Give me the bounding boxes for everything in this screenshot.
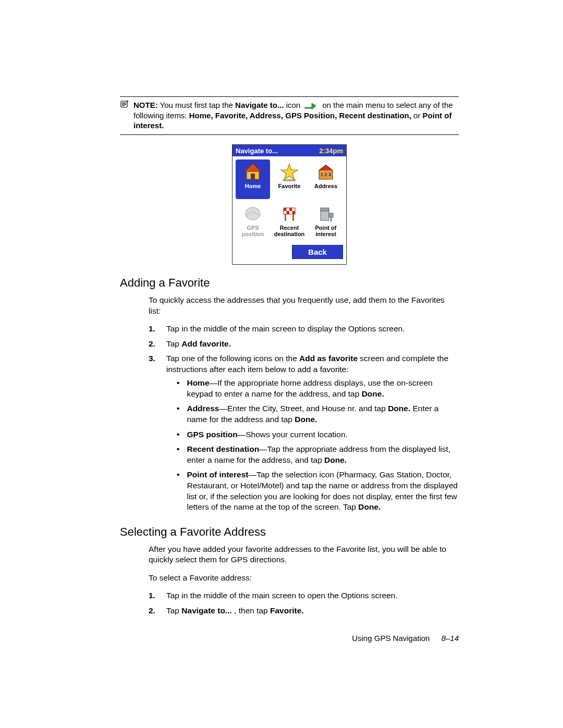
list-item: 1. Tap in the middle of the main screen … — [149, 324, 459, 334]
app-recent-destination[interactable]: Recent destination — [272, 201, 307, 241]
app-favorite-label: Favorite — [278, 183, 301, 190]
app-poi-label: Point of interest — [315, 225, 337, 237]
device-time: 2:34pm — [319, 147, 343, 155]
device-titlebar: Navigate to... 2:34pm — [232, 145, 346, 156]
note-block: NOTE: You must first tap the Navigate to… — [120, 100, 459, 130]
svg-rect-12 — [321, 210, 329, 220]
svg-rect-9 — [292, 211, 296, 214]
bottom-rule — [120, 134, 459, 135]
steps-list-1: 1. Tap in the middle of the main screen … — [149, 324, 459, 517]
list-item: 2. Tap Add favorite. — [149, 339, 459, 349]
app-address[interactable]: 1 2 3 Address — [309, 159, 343, 199]
heading-selecting-favorite: Selecting a Favorite Address — [120, 525, 459, 539]
app-address-label: Address — [314, 183, 337, 190]
device-screen: Navigate to... 2:34pm Home — [232, 144, 347, 265]
app-home-label: Home — [245, 183, 261, 190]
page-footer: Using GPS Navigation 8–14 — [120, 634, 459, 643]
list-item: • Recent destination—Tap the appropriate… — [177, 444, 459, 465]
top-rule — [120, 96, 459, 97]
list-item: • Home—If the appropriate home address d… — [177, 378, 459, 399]
list-item: • Point of interest—Tap the selection ic… — [177, 470, 459, 512]
svg-rect-14 — [329, 213, 333, 217]
list-item: 3. Tap one of the following icons on the… — [149, 353, 459, 517]
app-home[interactable]: Home — [236, 159, 270, 199]
device-figure: Navigate to... 2:34pm Home — [120, 144, 459, 265]
bullets-list: • Home—If the appropriate home address d… — [166, 378, 459, 513]
address-icon: 1 2 3 — [314, 162, 337, 182]
list-item: • GPS position—Shows your current locati… — [177, 429, 459, 440]
svg-rect-10 — [285, 214, 286, 221]
gps-icon — [241, 203, 264, 224]
back-button[interactable]: Back — [292, 245, 343, 259]
svg-rect-13 — [321, 208, 329, 211]
heading-adding-favorite: Adding a Favorite — [120, 276, 459, 290]
steps-list-2: 1. Tap in the middle of the main screen … — [149, 590, 459, 616]
app-recent-label: Recent destination — [274, 225, 305, 237]
footer-chapter: Using GPS Navigation — [352, 634, 430, 643]
navigate-arrow-icon — [304, 101, 318, 110]
app-poi[interactable]: Point of interest — [309, 201, 343, 241]
home-icon — [241, 162, 264, 182]
app-gps-position[interactable]: GPS position — [236, 201, 270, 241]
poi-icon — [314, 203, 337, 224]
svg-point-2 — [282, 179, 297, 181]
app-favorite[interactable]: Favorite — [272, 159, 307, 199]
svg-rect-11 — [292, 214, 294, 221]
device-title-text: Navigate to... — [236, 147, 278, 155]
footer-page: 8–14 — [442, 634, 459, 643]
list-item: 2. Tap Navigate to... , then tap Favorit… — [149, 606, 459, 616]
svg-rect-6 — [284, 208, 287, 211]
lead-text-2: To select a Favorite address: — [149, 573, 459, 583]
intro-text-1: To quickly access the addresses that you… — [149, 295, 459, 316]
app-gps-label: GPS position — [242, 225, 264, 237]
list-item: • Address—Enter the City, Street, and Ho… — [177, 403, 459, 425]
note-text: NOTE: You must first tap the Navigate to… — [133, 100, 459, 130]
svg-rect-0 — [121, 101, 127, 107]
svg-rect-1 — [251, 174, 255, 179]
svg-rect-15 — [331, 217, 332, 221]
svg-rect-8 — [287, 211, 290, 214]
svg-text:1 2 3: 1 2 3 — [321, 172, 331, 177]
note-icon — [120, 100, 129, 111]
recent-icon — [278, 203, 301, 224]
intro-text-2: After you have added your favorite addre… — [149, 544, 459, 565]
list-item: 1. Tap in the middle of the main screen … — [149, 590, 459, 601]
svg-rect-7 — [289, 208, 292, 211]
favorite-icon — [278, 162, 301, 182]
